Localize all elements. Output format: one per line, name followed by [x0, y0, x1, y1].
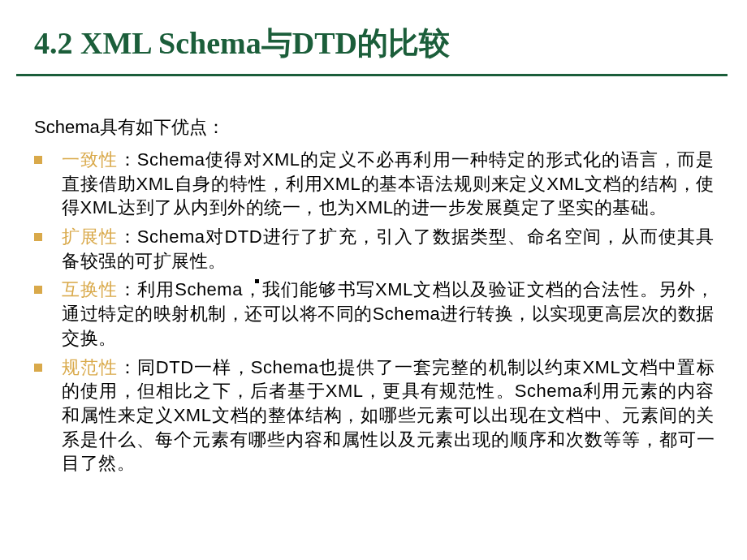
bullet-content: 扩展性：Schema对DTD进行了扩充，引入了数据类型、命名空间，从而使其具备较… — [62, 225, 715, 273]
list-item: 规范性：同DTD一样，Schema也提供了一套完整的机制以约束XML文档中置标的… — [34, 355, 715, 476]
bullet-label: 规范性 — [62, 357, 119, 377]
intro-text: Schema具有如下优点： — [32, 115, 715, 140]
bullet-body: ：利用Schema，我们能够书写XML文档以及验证文档的合法性。另外，通过特定的… — [62, 279, 715, 347]
list-item: 扩展性：Schema对DTD进行了扩充，引入了数据类型、命名空间，从而使其具备较… — [34, 225, 715, 273]
slide-title: 4.2 XML Schema与DTD的比较 — [32, 23, 715, 64]
slide-container: 4.2 XML Schema与DTD的比较 Schema具有如下优点： 一致性：… — [0, 0, 747, 560]
list-item: 互换性：利用Schema，我们能够书写XML文档以及验证文档的合法性。另外，通过… — [34, 278, 715, 350]
title-underline — [16, 74, 728, 76]
bullet-content: 互换性：利用Schema，我们能够书写XML文档以及验证文档的合法性。另外，通过… — [62, 278, 715, 350]
bullet-content: 规范性：同DTD一样，Schema也提供了一套完整的机制以约束XML文档中置标的… — [62, 355, 715, 476]
bullet-label: 一致性 — [62, 149, 119, 170]
bullet-icon — [34, 286, 42, 294]
bullet-content: 一致性：Schema使得对XML的定义不必再利用一种特定的形式化的语言，而是直接… — [62, 148, 715, 220]
bullet-icon — [34, 233, 42, 241]
bullet-body: ：同DTD一样，Schema也提供了一套完整的机制以约束XML文档中置标的使用，… — [62, 357, 715, 474]
list-item: 一致性：Schema使得对XML的定义不必再利用一种特定的形式化的语言，而是直接… — [34, 148, 715, 220]
bullet-body: ：Schema对DTD进行了扩充，引入了数据类型、命名空间，从而使其具备较强的可… — [62, 226, 715, 271]
bullet-icon — [34, 364, 42, 372]
bullet-label: 扩展性 — [62, 226, 119, 247]
bullet-label: 互换性 — [62, 279, 119, 299]
cursor-marker — [255, 279, 259, 283]
bullet-body: ：Schema使得对XML的定义不必再利用一种特定的形式化的语言，而是直接借助X… — [62, 149, 715, 218]
bullet-list: 一致性：Schema使得对XML的定义不必再利用一种特定的形式化的语言，而是直接… — [32, 148, 715, 476]
bullet-icon — [34, 156, 42, 164]
